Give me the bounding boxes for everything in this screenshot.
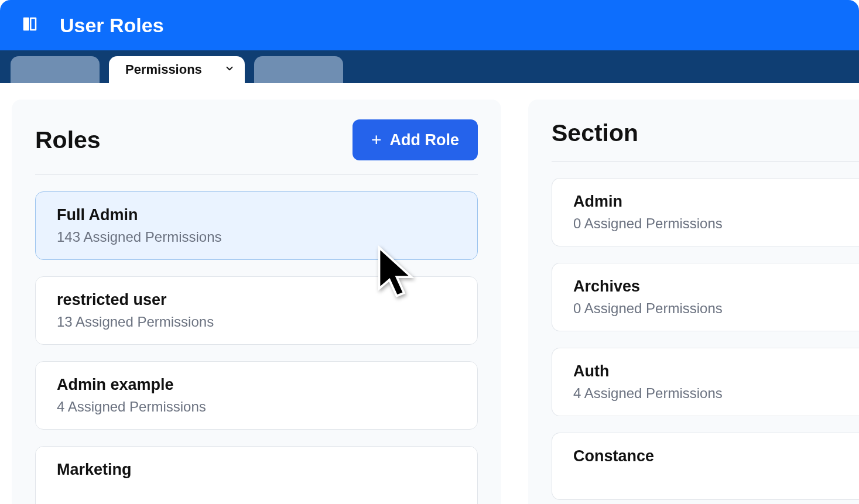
section-panel: Section Admin 0 Assigned Permissions Arc…	[528, 100, 859, 504]
tab-placeholder-2[interactable]	[254, 56, 343, 83]
role-card-title: Marketing	[57, 461, 456, 479]
page-title: User Roles	[60, 14, 164, 37]
section-card-archives[interactable]: Archives 0 Assigned Permissions	[552, 263, 859, 331]
section-card-auth[interactable]: Auth 4 Assigned Permissions	[552, 348, 859, 416]
chevron-down-icon	[224, 63, 235, 76]
role-card-marketing[interactable]: Marketing	[35, 446, 478, 504]
user-roles-icon	[21, 15, 39, 35]
role-card-title: Full Admin	[57, 206, 456, 224]
add-role-button[interactable]: + Add Role	[353, 119, 478, 160]
role-card-title: Admin example	[57, 376, 456, 394]
section-card-sub: 0 Assigned Permissions	[573, 300, 838, 317]
roles-panel: Roles + Add Role Full Admin 143 Assigned…	[12, 100, 501, 504]
tab-permissions-label: Permissions	[125, 62, 202, 77]
tab-bar: Permissions	[0, 50, 859, 83]
role-card-sub: 13 Assigned Permissions	[57, 314, 456, 330]
app-header: User Roles	[0, 0, 859, 50]
add-role-button-label: Add Role	[390, 131, 460, 149]
role-card-admin-example[interactable]: Admin example 4 Assigned Permissions	[35, 361, 478, 430]
section-card-sub: 4 Assigned Permissions	[573, 385, 838, 402]
section-card-constance[interactable]: Constance	[552, 433, 859, 500]
section-card-title: Auth	[573, 362, 838, 380]
section-card-title: Archives	[573, 277, 838, 296]
role-card-sub: 143 Assigned Permissions	[57, 229, 456, 245]
tab-placeholder-1[interactable]	[11, 56, 100, 83]
section-panel-title: Section	[552, 119, 638, 147]
content-area: Roles + Add Role Full Admin 143 Assigned…	[0, 83, 859, 504]
roles-panel-header: Roles + Add Role	[35, 119, 478, 175]
plus-icon: +	[371, 130, 382, 150]
tab-permissions[interactable]: Permissions	[109, 56, 245, 83]
section-card-sub: 0 Assigned Permissions	[573, 215, 838, 232]
roles-panel-title: Roles	[35, 126, 101, 154]
role-card-title: restricted user	[57, 291, 456, 309]
role-card-full-admin[interactable]: Full Admin 143 Assigned Permissions	[35, 191, 478, 260]
section-card-title: Constance	[573, 447, 838, 465]
section-card-admin[interactable]: Admin 0 Assigned Permissions	[552, 178, 859, 246]
section-card-title: Admin	[573, 193, 838, 211]
section-panel-header: Section	[552, 119, 859, 162]
role-card-restricted-user[interactable]: restricted user 13 Assigned Permissions	[35, 276, 478, 345]
role-card-sub: 4 Assigned Permissions	[57, 399, 456, 415]
